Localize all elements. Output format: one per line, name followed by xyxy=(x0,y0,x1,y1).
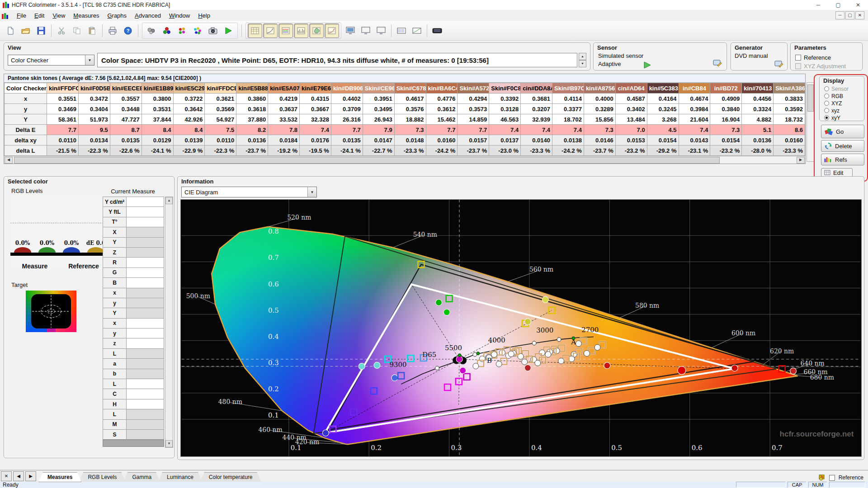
mdi-restore-button[interactable]: ▢ xyxy=(845,11,854,19)
column-header: kin#FFDFC xyxy=(47,83,79,94)
table-cell: 7.4 xyxy=(679,125,710,135)
svg-text:680 nm: 680 nm xyxy=(810,374,834,381)
tab-scroll-right-button[interactable]: ▶ xyxy=(25,471,36,481)
display-option-xyz[interactable]: xyz xyxy=(824,107,864,114)
print-button[interactable] xyxy=(105,23,120,38)
measure-grayscale-button[interactable] xyxy=(160,23,174,38)
view-histogram-chart-button[interactable] xyxy=(294,23,308,38)
mdi-controls: ─ ▢ ✕ xyxy=(835,11,868,19)
reference-checkbox[interactable]: Reference xyxy=(795,54,862,61)
table-cell: 7.3 xyxy=(584,125,615,135)
view-cie-diagram-button[interactable] xyxy=(309,23,324,38)
current-measure-scrollbar[interactable]: ▲ ▼ xyxy=(165,197,173,448)
menu-graphs[interactable]: Graphs xyxy=(103,11,131,20)
table-cell: 0.0147 xyxy=(363,135,394,145)
measure-row-value xyxy=(127,409,164,419)
close-view-button[interactable]: ✕ xyxy=(1,471,12,481)
measure-secondaries-button[interactable] xyxy=(190,23,205,38)
scrollbar-thumb[interactable] xyxy=(14,157,720,164)
minimize-button[interactable]: ─ xyxy=(808,0,828,10)
tab-gamma[interactable]: Gamma xyxy=(123,472,160,482)
mdi-minimize-button[interactable]: ─ xyxy=(835,11,844,19)
spin-down-icon[interactable]: ▼ xyxy=(579,60,586,67)
scroll-left-icon[interactable]: ◀ xyxy=(5,157,13,164)
display-option-xyy[interactable]: xyY xyxy=(824,114,864,121)
open-file-button[interactable] xyxy=(19,23,33,38)
table-horizontal-scrollbar[interactable]: ◀ ▶ xyxy=(4,156,805,164)
table-cell: 0.3612 xyxy=(426,104,458,114)
tab-scroll-left-button[interactable]: ◀ xyxy=(13,471,24,481)
scroll-up-icon[interactable]: ▲ xyxy=(165,197,173,204)
menu-measures[interactable]: Measures xyxy=(69,11,103,20)
xyz-adjustment-checkbox[interactable]: XYZ Adjustment xyxy=(795,63,862,70)
generator-panel-title: Generator xyxy=(731,43,787,52)
table-cell: 21.604 xyxy=(679,114,710,125)
view-measures-grid-button[interactable] xyxy=(248,23,262,38)
generator-status-icon xyxy=(818,474,826,481)
menu-window[interactable]: Window xyxy=(165,11,194,20)
tab-measures[interactable]: Measures xyxy=(38,472,81,482)
scroll-right-icon[interactable]: ▶ xyxy=(797,157,805,164)
save-file-button[interactable] xyxy=(34,23,48,38)
sensor-config-icon[interactable] xyxy=(713,59,723,67)
scroll-down-icon[interactable]: ▼ xyxy=(165,440,173,447)
menu-view[interactable]: View xyxy=(48,11,69,20)
contrast-chart-button[interactable] xyxy=(410,23,424,38)
measure-primaries-button[interactable] xyxy=(175,23,189,38)
display-option-sensor[interactable]: Sensor xyxy=(824,85,864,92)
snapshot-button[interactable] xyxy=(206,23,220,38)
measure-row-label: Y cd/m² xyxy=(103,197,127,207)
measure-row-label: x xyxy=(103,288,127,298)
menu-edit[interactable]: Edit xyxy=(30,11,48,20)
refs-button[interactable]: Refs xyxy=(821,154,864,165)
table-cell: 3.268 xyxy=(647,114,679,125)
spin-up-icon[interactable]: ▲ xyxy=(579,53,586,60)
delete-button[interactable]: Delete xyxy=(821,140,864,152)
menu-help[interactable]: Help xyxy=(194,11,214,20)
info-spinner[interactable]: ▲▼ xyxy=(579,53,586,67)
view-rgb-levels-chart-button[interactable] xyxy=(278,23,293,38)
view-monitor-3-button[interactable] xyxy=(374,23,388,38)
display-option-rgb[interactable]: RGB xyxy=(824,93,864,99)
go-button[interactable]: Go xyxy=(821,125,864,138)
new-file-button[interactable] xyxy=(3,23,18,38)
display-option-xyz[interactable]: XYZ xyxy=(824,100,864,107)
sensor-run-icon[interactable] xyxy=(643,61,653,69)
view-monitor-2-button[interactable] xyxy=(359,23,373,38)
gradient-scale-button[interactable] xyxy=(394,23,409,38)
tab-rgb-levels[interactable]: RGB Levels xyxy=(79,472,126,482)
edit-button[interactable]: Edit xyxy=(821,168,853,177)
table-cell: 0.3207 xyxy=(521,104,552,114)
view-monitor-color-button[interactable] xyxy=(343,23,358,38)
table-cell: -19.5 % xyxy=(300,145,331,156)
copy-button[interactable] xyxy=(70,23,84,38)
current-measure-title: Current Measure xyxy=(99,188,167,195)
paste-button[interactable] xyxy=(85,23,99,38)
svg-text:A: A xyxy=(571,338,576,346)
close-button[interactable]: ✕ xyxy=(848,0,868,10)
help-button[interactable]: ? xyxy=(121,23,135,38)
scrollbar-thumb[interactable] xyxy=(807,84,814,112)
rgb-bars xyxy=(10,247,108,253)
tab-color-temperature[interactable]: Color temperature xyxy=(200,472,262,482)
information-view-dropdown[interactable]: CIE Diagram ▼ xyxy=(181,187,317,197)
measure-row-label: y xyxy=(103,328,127,338)
svg-text:480 nm: 480 nm xyxy=(218,398,242,405)
tab-luminance[interactable]: Luminance xyxy=(158,472,203,482)
view-gamma-chart-button[interactable] xyxy=(263,23,278,38)
sensor-panel: Sensor Simulated sensor Adaptive xyxy=(593,42,727,70)
pattern-generator-button[interactable] xyxy=(430,23,444,38)
sensor-settings-button[interactable] xyxy=(144,23,159,38)
measure-row-label: Y ftL xyxy=(103,207,127,217)
menu-file[interactable]: File xyxy=(13,11,30,20)
run-measures-button[interactable] xyxy=(221,23,236,38)
view-luminance-chart-button[interactable] xyxy=(325,23,339,38)
reference-toggle-checkbox[interactable] xyxy=(829,475,835,481)
view-mode-dropdown[interactable]: Color Checker ▼ xyxy=(8,55,94,66)
mdi-close-button[interactable]: ✕ xyxy=(855,11,864,19)
cut-button[interactable] xyxy=(54,23,69,38)
generator-config-icon[interactable] xyxy=(774,60,784,68)
menu-advanced[interactable]: Advanced xyxy=(131,11,165,20)
maximize-button[interactable]: ▢ xyxy=(828,0,848,10)
svg-text:0.8: 0.8 xyxy=(268,227,279,235)
